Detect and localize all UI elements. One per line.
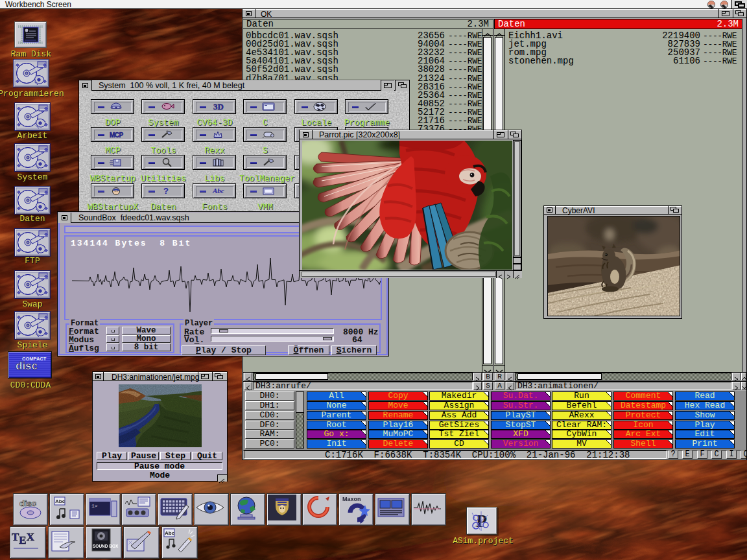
- svg-text:TEX: TEX: [12, 531, 35, 546]
- svg-text:COMPACT: COMPACT: [22, 356, 47, 362]
- svg-text:disc: disc: [19, 498, 36, 508]
- svg-text:Abc: Abc: [212, 187, 224, 194]
- svg-text:MCP: MCP: [110, 132, 124, 139]
- svg-text:1>: 1>: [91, 503, 98, 509]
- svg-text:3D: 3D: [213, 102, 224, 111]
- svg-text:Maxon: Maxon: [342, 496, 361, 502]
- svg-text:Abc: Abc: [55, 498, 65, 504]
- svg-text:SOUND BOX: SOUND BOX: [93, 544, 119, 548]
- svg-text:?: ?: [163, 186, 169, 196]
- svg-text:Abc: Abc: [165, 530, 175, 536]
